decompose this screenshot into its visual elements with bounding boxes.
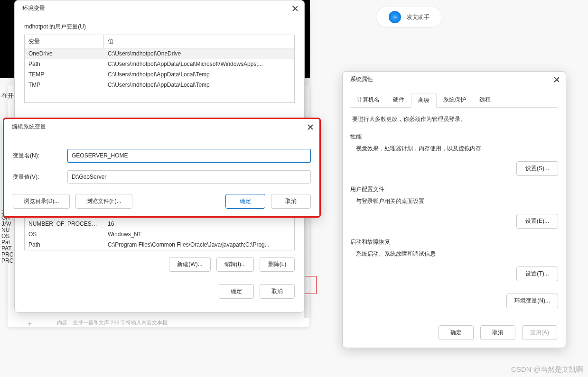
group-title: 用户配置文件 [350,185,558,193]
browse-file-button[interactable]: 浏览文件(F)... [75,194,132,209]
col-variable[interactable]: 变量 [25,35,104,48]
settings-group: 性能 视觉效果，处理器计划，内存使用，以及虚拟内存 设置(S)... [350,133,558,176]
ok-button[interactable]: 确定 [439,325,474,340]
hint-text: 内容，支持一篇和文库 256 字符输入内容文本框 [57,319,168,326]
table-row[interactable]: PathC:\Program Files\Common Files\Oracle… [25,239,294,250]
delete-button[interactable]: 删除(L) [260,257,295,272]
group-desc: 视觉效果，处理器计划，内存使用，以及虚拟内存 [350,145,558,153]
tab-2[interactable]: 高级 [411,93,437,108]
ghost-text: 在开 [1,92,14,100]
edit-titlebar: 编辑系统变量 [4,119,319,135]
cancel-button[interactable]: 取消 [480,325,515,340]
assistant-label: 发文助手 [407,13,429,21]
env-vars-button[interactable]: 环境变量(N)... [506,294,558,308]
table-row[interactable]: TEMPC:\Users\mdhotpot\AppData\Local\Temp [25,69,294,80]
cancel-button[interactable]: 取消 [260,284,295,299]
edit-sysvar-dialog: 编辑系统变量 变量名(N): 变量值(V): 浏览目录(D)... 浏览文件(F… [3,118,321,218]
group-desc: 与登录帐户相关的桌面设置 [350,197,558,205]
new-button[interactable]: 新建(W)... [169,257,210,272]
user-vars-label: mdhotpot 的用户变量(U) [24,21,295,35]
ok-button[interactable]: 确定 [219,284,254,299]
sys-title: 系统属性 [350,75,373,83]
sys-footer: 确定 取消 应用(A) [343,318,566,348]
system-properties-dialog: 系统属性 计算机名硬件高级系统保护远程 要进行大多数更改，你必须作为管理员登录。… [342,71,566,348]
col-value[interactable]: 值 [104,35,294,48]
settings-group: 启动和故障恢复 系统启动、系统故障和调试信息 设置(T)... [350,238,558,281]
env-titlebar: 环境变量 [15,0,304,16]
browse-dir-button[interactable]: 浏览目录(D)... [13,194,70,209]
table-row[interactable]: PathC:\Users\mdhotpot\AppData\Local\Micr… [25,59,294,69]
cancel-button[interactable]: 取消 [271,194,311,209]
settings-button[interactable]: 设置(T)... [516,267,558,281]
tab-4[interactable]: 远程 [473,93,497,107]
settings-button[interactable]: 设置(S)... [516,161,558,176]
plus-icon[interactable]: + [28,320,32,328]
group-desc: 系统启动、系统故障和调试信息 [350,250,558,258]
var-value-label: 变量值(V): [13,173,67,181]
settings-button[interactable]: 设置(E)... [516,214,558,229]
edit-title: 编辑系统变量 [12,123,46,131]
close-icon[interactable] [553,76,560,83]
assistant-bubble[interactable]: ~ 发文助手 [376,7,442,28]
table-row[interactable]: OneDriveC:\Users\mdhotpot\OneDrive [25,48,294,59]
tab-1[interactable]: 硬件 [386,93,411,107]
table-row[interactable]: OSWindows_NT [25,229,294,239]
tab-3[interactable]: 系统保护 [437,93,473,107]
sys-titlebar: 系统属性 [343,72,566,87]
var-name-label: 变量名(N): [13,152,67,160]
user-vars-table[interactable]: 变量 值 OneDriveC:\Users\mdhotpot\OneDriveP… [24,35,295,103]
edit-button[interactable]: 编辑(I)... [216,257,254,272]
env-title: 环境变量 [22,4,45,12]
var-value-input[interactable] [67,170,311,184]
env-dialog-footer: 确定 取消 [24,284,295,299]
assistant-icon: ~ [389,11,401,23]
table-row[interactable]: NUMBER_OF_PROCESSORS16 [25,219,294,229]
watermark: CSDN @当然是文凯啊 [511,365,583,374]
group-title: 性能 [350,133,558,141]
admin-note: 要进行大多数更改，你必须作为管理员登录。 [352,115,558,123]
ok-button[interactable]: 确定 [225,194,265,209]
sys-tabs: 计算机名硬件高级系统保护远程 [350,93,558,108]
group-title: 启动和故障恢复 [350,238,558,246]
var-name-input[interactable] [67,149,311,163]
system-vars-buttons: 新建(W)... 编辑(I)... 删除(L) [24,257,295,272]
apply-button[interactable]: 应用(A) [522,325,557,340]
close-icon[interactable] [292,5,299,12]
tab-0[interactable]: 计算机名 [350,93,386,107]
close-icon[interactable] [307,124,314,130]
table-row[interactable]: TMPC:\Users\mdhotpot\AppData\Local\Temp [25,80,294,90]
settings-group: 用户配置文件 与登录帐户相关的桌面设置 设置(E)... [350,185,558,229]
